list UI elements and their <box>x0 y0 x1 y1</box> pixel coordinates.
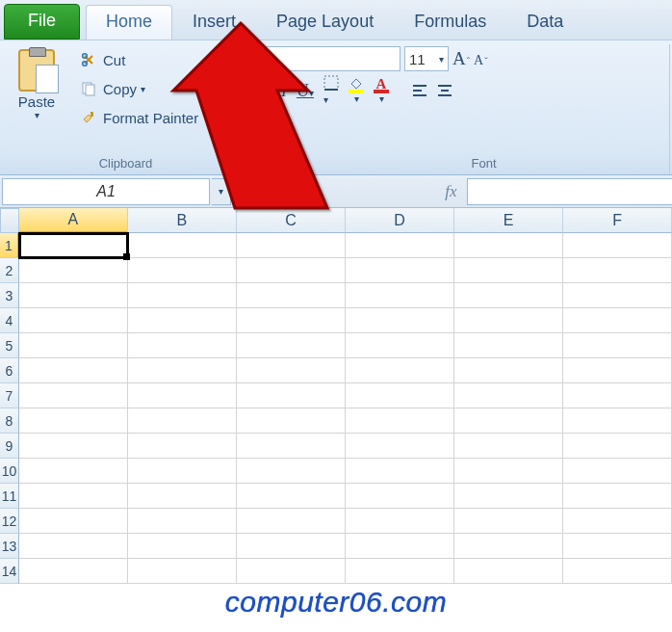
cell[interactable] <box>346 358 454 383</box>
cell[interactable] <box>346 459 454 484</box>
cell[interactable] <box>19 258 128 283</box>
font-family-combo[interactable]: ▾ <box>256 46 401 71</box>
cell[interactable] <box>563 459 672 484</box>
cell[interactable] <box>346 283 454 308</box>
cell[interactable] <box>237 308 346 333</box>
bold-button[interactable]: B <box>260 81 271 101</box>
cell[interactable] <box>237 258 346 283</box>
cell[interactable] <box>454 383 563 408</box>
fill-color-button[interactable]: ▾ <box>349 78 364 104</box>
cell[interactable] <box>128 534 237 559</box>
name-box[interactable]: A1 <box>2 178 210 205</box>
cell[interactable] <box>237 559 346 584</box>
decrease-font-button[interactable]: Aˇ <box>474 53 487 68</box>
column-header[interactable]: A <box>19 208 128 233</box>
cell[interactable] <box>128 333 237 358</box>
format-painter-button[interactable]: Format Painter <box>73 104 205 131</box>
cell[interactable] <box>237 358 346 383</box>
cell[interactable] <box>346 308 454 333</box>
cell[interactable] <box>128 308 237 333</box>
cell[interactable] <box>128 434 237 459</box>
cell[interactable] <box>128 509 237 534</box>
paste-button[interactable]: Paste ▾ <box>6 46 67 131</box>
cell[interactable] <box>346 559 454 584</box>
cell[interactable] <box>237 434 346 459</box>
select-all-corner[interactable] <box>0 208 19 233</box>
row-header[interactable]: 9 <box>0 434 19 459</box>
cell[interactable] <box>563 383 672 408</box>
cell[interactable] <box>454 534 563 559</box>
tab-home[interactable]: Home <box>86 5 172 40</box>
cell[interactable] <box>19 534 128 559</box>
cell[interactable] <box>237 534 346 559</box>
cell[interactable] <box>454 308 563 333</box>
cell[interactable] <box>128 559 237 584</box>
cell[interactable] <box>454 233 563 258</box>
cell[interactable] <box>454 333 563 358</box>
cell[interactable] <box>346 534 454 559</box>
cell[interactable] <box>346 408 454 434</box>
cell[interactable] <box>128 383 237 408</box>
cell[interactable] <box>454 408 563 434</box>
cut-button[interactable]: Cut <box>73 46 205 73</box>
cell[interactable] <box>128 258 237 283</box>
row-header[interactable]: 7 <box>0 383 19 408</box>
cell[interactable] <box>346 233 454 258</box>
font-color-button[interactable]: A ▾ <box>374 78 389 104</box>
cell[interactable] <box>237 484 346 509</box>
cell[interactable] <box>563 434 672 459</box>
cell[interactable] <box>563 534 672 559</box>
cell[interactable] <box>563 233 672 258</box>
cell[interactable] <box>346 383 454 408</box>
cell[interactable] <box>563 408 672 434</box>
align-center-button[interactable] <box>437 84 452 97</box>
cell[interactable] <box>19 283 128 308</box>
row-header[interactable]: 4 <box>0 308 19 333</box>
cell[interactable] <box>128 459 237 484</box>
cell[interactable] <box>237 333 346 358</box>
cell[interactable] <box>346 333 454 358</box>
cell[interactable] <box>563 258 672 283</box>
column-header[interactable]: B <box>128 208 237 233</box>
column-header[interactable]: D <box>346 208 454 233</box>
underline-button[interactable]: U▾ <box>297 81 314 101</box>
cell[interactable] <box>19 383 128 408</box>
cell[interactable] <box>454 258 563 283</box>
font-size-combo[interactable]: 11 ▾ <box>404 46 449 71</box>
cell[interactable] <box>19 559 128 584</box>
cell[interactable] <box>346 434 454 459</box>
borders-button[interactable]: ▾ <box>323 75 339 106</box>
name-box-dropdown[interactable]: ▾ <box>212 178 231 205</box>
cell[interactable] <box>128 283 237 308</box>
cell[interactable] <box>128 484 237 509</box>
cell[interactable] <box>454 283 563 308</box>
row-header[interactable]: 12 <box>0 509 19 534</box>
cell[interactable] <box>237 408 346 434</box>
cell[interactable] <box>563 559 672 584</box>
cell[interactable] <box>563 509 672 534</box>
cell[interactable] <box>563 283 672 308</box>
row-header[interactable]: 5 <box>0 333 19 358</box>
tab-insert[interactable]: Insert <box>172 5 256 40</box>
row-header[interactable]: 11 <box>0 484 19 509</box>
column-header[interactable]: E <box>454 208 563 233</box>
cell[interactable] <box>346 258 454 283</box>
cell[interactable] <box>237 233 346 258</box>
row-header[interactable]: 2 <box>0 258 19 283</box>
formula-input[interactable] <box>467 178 672 205</box>
copy-dropdown-icon[interactable]: ▾ <box>141 84 145 94</box>
tab-formulas[interactable]: Formulas <box>394 5 506 40</box>
row-header[interactable]: 14 <box>0 559 19 584</box>
cell[interactable] <box>19 308 128 333</box>
cell[interactable] <box>563 308 672 333</box>
cell[interactable] <box>454 434 563 459</box>
cell[interactable] <box>454 484 563 509</box>
cell[interactable] <box>563 333 672 358</box>
copy-button[interactable]: Copy ▾ <box>73 75 205 102</box>
cell[interactable] <box>19 333 128 358</box>
cell[interactable] <box>563 484 672 509</box>
row-header[interactable]: 3 <box>0 283 19 308</box>
align-left-button[interactable] <box>412 84 427 97</box>
cell[interactable] <box>454 559 563 584</box>
cell[interactable] <box>19 459 128 484</box>
